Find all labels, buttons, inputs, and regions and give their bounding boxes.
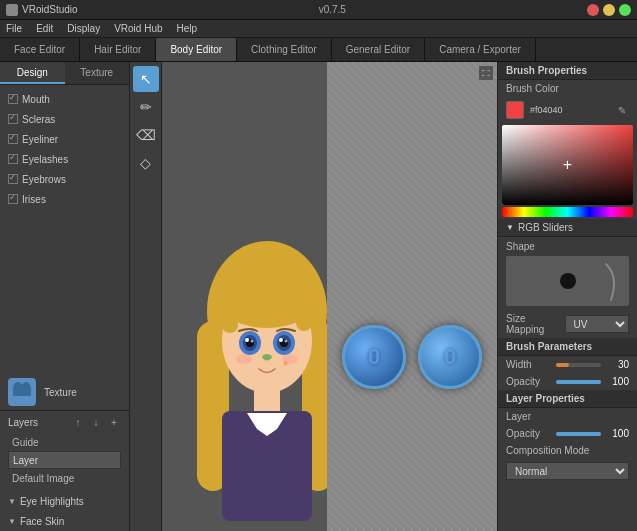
menu-edit[interactable]: Edit xyxy=(36,23,53,34)
checkbox-irises[interactable] xyxy=(8,194,18,204)
composition-mode-select[interactable]: Normal xyxy=(506,462,629,480)
svg-point-21 xyxy=(285,340,288,343)
texture-circle-right[interactable] xyxy=(418,325,482,389)
layers-header: Layers ↑ ↓ + xyxy=(8,415,121,429)
tab-clothing-editor[interactable]: Clothing Editor xyxy=(237,38,332,61)
checkbox-eyelashes[interactable] xyxy=(8,154,18,164)
viewport: ↖ ✏ ⌫ ◇ xyxy=(130,62,497,531)
eye-highlights-label: Eye Highlights xyxy=(20,496,84,507)
close-btn[interactable] xyxy=(587,4,599,16)
dropper-tool-btn[interactable]: ◇ xyxy=(133,150,159,176)
eraser-tool-btn[interactable]: ⌫ xyxy=(133,122,159,148)
left-item-eyeliner[interactable]: Eyeliner xyxy=(0,129,129,149)
subtab-design[interactable]: Design xyxy=(0,62,65,84)
shape-section: Shape xyxy=(498,237,637,310)
layer-move-up-btn[interactable]: ↑ xyxy=(71,415,85,429)
texture-canvas[interactable]: ⛶ xyxy=(327,62,497,531)
texture-label: Texture xyxy=(44,387,77,398)
chevron-eye-highlights: ▼ xyxy=(8,497,16,506)
chevron-face-skin: ▼ xyxy=(8,517,16,526)
center-panel: ↖ ✏ ⌫ ◇ xyxy=(130,62,497,531)
canvas-area[interactable]: ★ ⛶ xyxy=(162,62,497,531)
app-logo xyxy=(6,4,18,16)
color-gradient[interactable]: + xyxy=(502,125,633,205)
texture-circles-row xyxy=(342,325,482,389)
left-subtabs: Design Texture xyxy=(0,62,129,85)
texture-item[interactable]: Texture xyxy=(0,374,129,410)
rgb-sliders-label: RGB Sliders xyxy=(518,222,573,233)
layers-controls: ↑ ↓ + xyxy=(71,415,121,429)
subtab-texture[interactable]: Texture xyxy=(65,62,130,84)
color-hex-value: #f04040 xyxy=(530,105,609,115)
main-layout: Design Texture Mouth Scleras Eyeliner Ey… xyxy=(0,62,637,531)
checkbox-scleras[interactable] xyxy=(8,114,18,124)
layers-title: Layers xyxy=(8,417,38,428)
layer-move-down-btn[interactable]: ↓ xyxy=(89,415,103,429)
left-item-eyelashes-label: Eyelashes xyxy=(22,154,68,165)
hue-bar[interactable] xyxy=(502,207,633,217)
left-item-eyebrows[interactable]: Eyebrows xyxy=(0,169,129,189)
left-item-mouth[interactable]: Mouth xyxy=(0,89,129,109)
width-slider-track[interactable] xyxy=(556,363,602,367)
svg-point-15 xyxy=(245,338,249,342)
opacity-value: 100 xyxy=(605,376,629,387)
bottom-item-eye-highlights[interactable]: ▼ Eye Highlights xyxy=(0,491,129,511)
texture-thumbnail xyxy=(8,378,36,406)
left-item-list: Mouth Scleras Eyeliner Eyelashes Eyebrow… xyxy=(0,85,129,374)
menu-display[interactable]: Display xyxy=(67,23,100,34)
checkbox-eyeliner[interactable] xyxy=(8,134,18,144)
opacity-slider-track[interactable] xyxy=(556,380,602,384)
svg-text:★: ★ xyxy=(282,359,289,368)
brush-properties-title: Brush Properties xyxy=(498,62,637,80)
maximize-btn[interactable] xyxy=(619,4,631,16)
edit-color-icon[interactable]: ✎ xyxy=(615,103,629,117)
brush-parameters-title: Brush Parameters xyxy=(498,338,637,356)
width-slider-fill xyxy=(556,363,570,367)
checkbox-mouth[interactable] xyxy=(8,94,18,104)
tab-general-editor[interactable]: General Editor xyxy=(332,38,425,61)
composition-mode-label: Composition Mode xyxy=(498,442,637,459)
pencil-tool-btn[interactable]: ✏ xyxy=(133,94,159,120)
layer-add-btn[interactable]: + xyxy=(107,415,121,429)
shape-label: Shape xyxy=(506,241,629,252)
menu-file[interactable]: File xyxy=(6,23,22,34)
left-item-irises-label: Irises xyxy=(22,194,46,205)
layer-opacity-value: 100 xyxy=(605,428,629,439)
tab-hair-editor[interactable]: Hair Editor xyxy=(80,38,156,61)
tab-body-editor[interactable]: Body Editor xyxy=(156,38,237,61)
bottom-item-face-skin[interactable]: ▼ Face Skin xyxy=(0,511,129,531)
left-item-eyelashes[interactable]: Eyelashes xyxy=(0,149,129,169)
size-mapping-select[interactable]: UV xyxy=(565,315,630,333)
layer-opacity-row: Opacity 100 xyxy=(498,425,637,442)
svg-rect-10 xyxy=(222,303,238,333)
layer-row-guide[interactable]: Guide xyxy=(8,433,121,451)
shape-preview xyxy=(506,256,629,306)
tab-face-editor[interactable]: Face Editor xyxy=(0,38,80,61)
brush-color-row: #f04040 ✎ xyxy=(498,97,637,123)
color-swatch[interactable] xyxy=(506,101,524,119)
width-value: 30 xyxy=(605,359,629,370)
texture-circle-left[interactable] xyxy=(342,325,406,389)
layer-guide-label: Guide xyxy=(12,437,39,448)
menu-vroid-hub[interactable]: VRoid Hub xyxy=(114,23,162,34)
expand-icon[interactable]: ⛶ xyxy=(479,66,493,80)
checkbox-eyebrows[interactable] xyxy=(8,174,18,184)
opacity-row: Opacity 100 xyxy=(498,373,637,390)
layer-prop-label: Layer xyxy=(506,411,629,422)
shape-curve-svg xyxy=(591,262,621,302)
left-item-scleras[interactable]: Scleras xyxy=(0,109,129,129)
version-label: v0.7.5 xyxy=(319,4,346,15)
tab-camera-exporter[interactable]: Camera / Exporter xyxy=(425,38,536,61)
left-item-irises[interactable]: Irises xyxy=(0,189,129,209)
layer-opacity-label: Opacity xyxy=(506,428,552,439)
rgb-sliders-header[interactable]: ▼ RGB Sliders xyxy=(498,219,637,237)
layer-row-default-image[interactable]: Default Image xyxy=(8,469,121,487)
menu-help[interactable]: Help xyxy=(177,23,198,34)
layer-row-layer[interactable] xyxy=(8,451,121,469)
select-tool-btn[interactable]: ↖ xyxy=(133,66,159,92)
layer-opacity-slider-track[interactable] xyxy=(556,432,602,436)
window-controls xyxy=(587,4,631,16)
minimize-btn[interactable] xyxy=(603,4,615,16)
main-tabbar: Face Editor Hair Editor Body Editor Clot… xyxy=(0,38,637,62)
layer-name-input[interactable] xyxy=(8,451,121,469)
